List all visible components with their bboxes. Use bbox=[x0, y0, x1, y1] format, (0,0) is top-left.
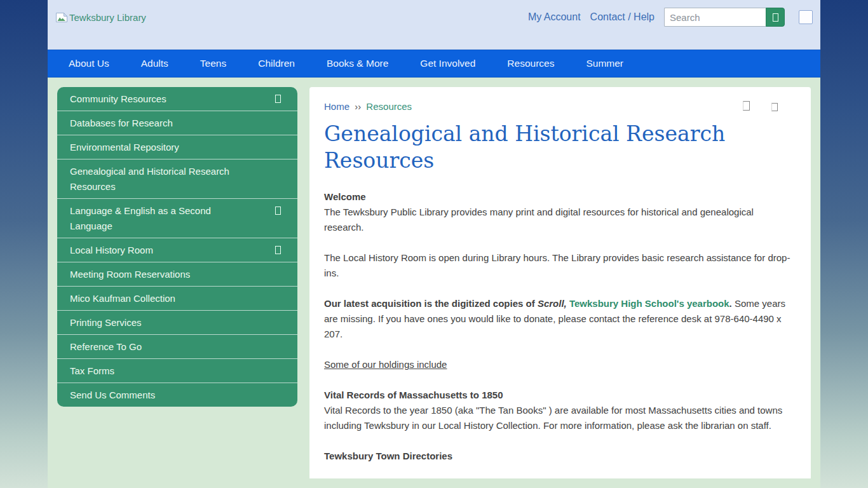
main-navigation: About UsAdultsTeensChildrenBooks & MoreG… bbox=[48, 50, 820, 78]
paragraph: Tewksbury Town Directories bbox=[324, 449, 792, 464]
sidebar-item-send-us-comments[interactable]: Send Us Comments bbox=[57, 383, 297, 407]
nav-item-teens[interactable]: Teens bbox=[184, 50, 242, 77]
my-account-link[interactable]: My Account bbox=[528, 11, 581, 23]
text-run: Vital Records of Massachusetts to 1850 bbox=[324, 390, 503, 400]
content-area: Community ResourcesDatabases for Researc… bbox=[48, 78, 820, 488]
card-top-row: Home ›› Resources bbox=[324, 101, 792, 112]
sidebar-item-community-resources[interactable]: Community Resources bbox=[57, 87, 297, 111]
sidebar-item-label: Local History Room bbox=[70, 245, 153, 255]
sidebar-item-meeting-room-reservations[interactable]: Meeting Room Reservations bbox=[57, 262, 297, 287]
expand-icon[interactable] bbox=[275, 207, 281, 215]
article-body: WelcomeThe Tewksbury Public Library prov… bbox=[324, 189, 792, 464]
text-run: Some of our holdings include bbox=[324, 359, 447, 370]
sidebar-item-label: Mico Kaufman Collection bbox=[70, 293, 175, 304]
nav-item-summer[interactable]: Summer bbox=[570, 50, 639, 77]
sidebar-item-language-esl[interactable]: Language & English as a Second Language bbox=[57, 199, 297, 238]
print-icon[interactable] bbox=[743, 101, 750, 111]
nav-item-children[interactable]: Children bbox=[242, 50, 311, 77]
sidebar-item-reference-to-go[interactable]: Reference To Go bbox=[57, 335, 297, 359]
text-run: The Local History Room is open during Li… bbox=[324, 252, 790, 278]
breadcrumb-separator: ›› bbox=[355, 101, 361, 112]
share-icon[interactable] bbox=[771, 103, 778, 111]
text-run: Our latest acquisition is the digitized … bbox=[324, 298, 538, 309]
text-run: Tewksbury Town Directories bbox=[324, 451, 452, 461]
sidebar-item-label: Send Us Comments bbox=[70, 390, 155, 400]
paragraph: Some of our holdings include bbox=[324, 357, 792, 372]
header-icon-placeholder[interactable] bbox=[799, 10, 813, 24]
sidebar-item-local-history-room[interactable]: Local History Room bbox=[57, 238, 297, 262]
paragraph: Vital Records of Massachusetts to 1850Vi… bbox=[324, 388, 792, 433]
paragraph: WelcomeThe Tewksbury Public Library prov… bbox=[324, 189, 792, 235]
search-box bbox=[664, 8, 785, 27]
expand-icon[interactable] bbox=[275, 246, 281, 254]
sidebar-item-tax-forms[interactable]: Tax Forms bbox=[57, 359, 297, 383]
sidebar-item-genealogical-historical-research[interactable]: Genealogical and Historical Research Res… bbox=[57, 159, 297, 199]
nav-item-books-and-more[interactable]: Books & More bbox=[311, 50, 404, 77]
page-action-icons bbox=[743, 101, 792, 111]
breadcrumb-home-link[interactable]: Home bbox=[324, 101, 349, 112]
sidebar-item-label: Language & English as a Second Language bbox=[70, 205, 211, 231]
text-run: The Tewksbury Public Library provides ma… bbox=[324, 207, 754, 233]
expand-icon[interactable] bbox=[275, 95, 281, 103]
search-button[interactable] bbox=[766, 8, 785, 27]
main-content-card: Home ›› Resources Genealogical and Histo… bbox=[309, 87, 811, 478]
yearbook-link[interactable]: Tewksbury High School's yearbook bbox=[569, 298, 729, 309]
sidebar-item-databases-for-research[interactable]: Databases for Research bbox=[57, 111, 297, 135]
text-run: Vital Records to the year 1850 (aka "The… bbox=[324, 405, 782, 431]
sidebar-item-label: Community Resources bbox=[70, 93, 166, 104]
sidebar-item-mico-kaufman-collection[interactable]: Mico Kaufman Collection bbox=[57, 287, 297, 311]
page-title: Genealogical and Historical Research Res… bbox=[324, 121, 769, 174]
nav-list: About UsAdultsTeensChildrenBooks & MoreG… bbox=[48, 50, 820, 77]
sidebar-item-environmental-repository[interactable]: Environmental Repository bbox=[57, 135, 297, 159]
sidebar-item-label: Genealogical and Historical Research Res… bbox=[70, 166, 229, 192]
broken-image-icon bbox=[55, 12, 68, 23]
sidebar-item-printing-services[interactable]: Printing Services bbox=[57, 311, 297, 335]
sidebar-list: Community ResourcesDatabases for Researc… bbox=[57, 87, 297, 407]
nav-item-resources[interactable]: Resources bbox=[491, 50, 570, 77]
contact-help-link[interactable]: Contact / Help bbox=[590, 11, 654, 23]
search-icon bbox=[773, 13, 778, 22]
search-input[interactable] bbox=[664, 8, 766, 27]
nav-item-adults[interactable]: Adults bbox=[125, 50, 184, 77]
nav-item-get-involved[interactable]: Get Involved bbox=[404, 50, 491, 77]
breadcrumb-current: Resources bbox=[366, 101, 412, 112]
nav-item-about-us[interactable]: About Us bbox=[53, 50, 125, 77]
sidebar: Community ResourcesDatabases for Researc… bbox=[57, 87, 297, 478]
sidebar-item-label: Printing Services bbox=[70, 317, 142, 328]
paragraph: Our latest acquisition is the digitized … bbox=[324, 296, 792, 342]
sidebar-item-label: Databases for Research bbox=[70, 118, 173, 128]
sidebar-item-label: Tax Forms bbox=[70, 365, 114, 376]
sidebar-item-label: Meeting Room Reservations bbox=[70, 269, 190, 280]
page-container: Tewksbury Library My Account Contact / H… bbox=[48, 0, 820, 488]
paragraph: The Local History Room is open during Li… bbox=[324, 250, 792, 281]
sidebar-item-label: Reference To Go bbox=[70, 341, 142, 352]
text-run: Scroll, bbox=[538, 298, 567, 309]
sidebar-item-label: Environmental Repository bbox=[70, 142, 179, 152]
library-logo-link[interactable]: Tewksbury Library bbox=[55, 12, 146, 23]
header-inner: Tewksbury Library My Account Contact / H… bbox=[48, 6, 820, 28]
breadcrumb: Home ›› Resources bbox=[324, 101, 412, 112]
text-run: Welcome bbox=[324, 191, 366, 202]
header: Tewksbury Library My Account Contact / H… bbox=[48, 0, 820, 50]
logo-alt-text: Tewksbury Library bbox=[69, 12, 146, 23]
